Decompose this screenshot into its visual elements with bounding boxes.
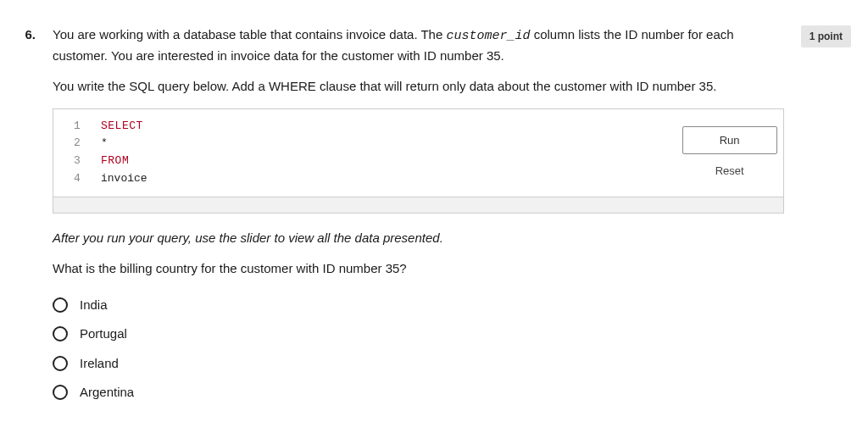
post-run-instruction: After you run your query, use the slider… <box>53 229 784 248</box>
code-token: invoice <box>101 170 147 188</box>
answer-option[interactable]: Portugal <box>53 319 784 349</box>
line-number: 3 <box>53 153 101 170</box>
run-button[interactable]: Run <box>682 126 777 155</box>
reset-button[interactable]: Reset <box>715 163 744 180</box>
inline-code: customer_id <box>446 29 530 43</box>
points-badge: 1 point <box>801 25 851 47</box>
option-label: India <box>80 296 108 315</box>
option-label: Ireland <box>80 354 119 374</box>
answer-option[interactable]: India <box>53 291 784 320</box>
radio-icon[interactable] <box>53 356 68 371</box>
code-line: 1 SELECT <box>53 118 676 136</box>
question-paragraph-2: You write the SQL query below. Add a WHE… <box>53 77 784 97</box>
answer-options: India Portugal Ireland Argentina <box>53 291 784 408</box>
question-paragraph-1: You are working with a database table th… <box>53 25 784 65</box>
code-controls: Run Reset <box>676 109 783 197</box>
code-token: * <box>101 135 108 153</box>
code-editor-pane[interactable]: 1 SELECT 2 * 3 FROM 4 invoice <box>53 109 676 197</box>
horizontal-scrollbar[interactable] <box>53 197 784 214</box>
question-container: 6. You are working with a database table… <box>17 25 851 408</box>
text-segment: You are working with a database table th… <box>53 27 446 42</box>
code-editor[interactable]: 1 SELECT 2 * 3 FROM 4 invoice Run Res <box>53 108 784 197</box>
code-line: 3 FROM <box>53 153 676 170</box>
line-number: 1 <box>53 118 101 136</box>
radio-icon[interactable] <box>53 385 68 400</box>
line-number: 2 <box>53 135 101 153</box>
code-keyword: SELECT <box>101 118 143 136</box>
answer-option[interactable]: Ireland <box>53 349 784 379</box>
option-label: Argentina <box>80 383 134 402</box>
code-line: 4 invoice <box>53 170 676 188</box>
option-label: Portugal <box>80 325 127 344</box>
followup-question: What is the billing country for the cust… <box>53 259 784 279</box>
radio-icon[interactable] <box>53 297 68 313</box>
code-keyword: FROM <box>101 153 129 170</box>
answer-option[interactable]: Argentina <box>53 378 784 408</box>
code-line: 2 * <box>53 135 676 153</box>
radio-icon[interactable] <box>53 326 68 341</box>
question-body: You are working with a database table th… <box>53 25 784 408</box>
line-number: 4 <box>53 170 101 188</box>
question-number: 6. <box>17 25 36 45</box>
